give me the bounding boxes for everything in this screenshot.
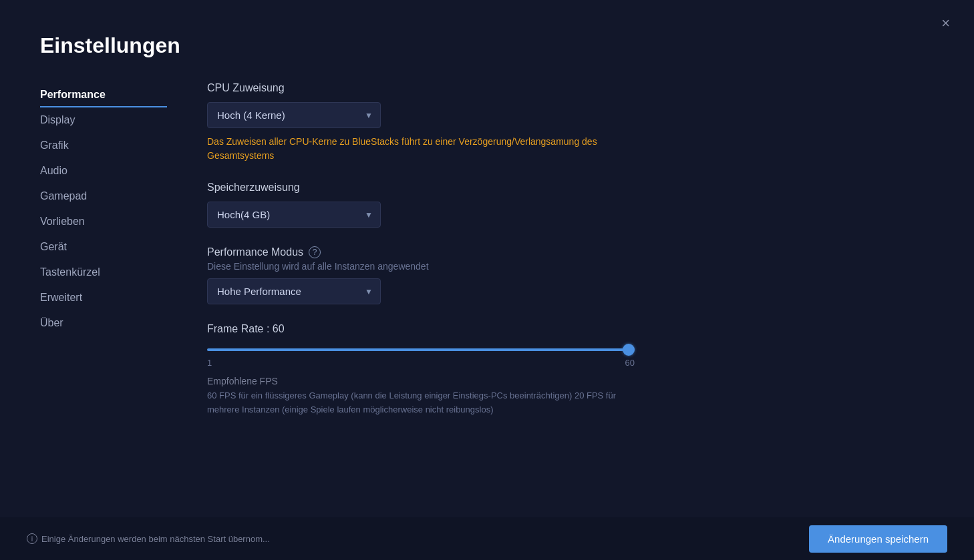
perf-mode-dropdown-wrapper: AusgewogenHohe PerformanceMaximale Perfo…: [207, 278, 381, 304]
fps-rec-body: 60 FPS für ein flüssigeres Gameplay (kan…: [207, 389, 635, 417]
perf-mode-sublabel: Diese Einstellung wird auf alle Instanze…: [207, 261, 934, 272]
perf-mode-help-icon[interactable]: ?: [309, 246, 321, 258]
footer-note: i Einige Änderungen werden beim nächsten…: [27, 533, 798, 544]
memory-label: Speicherzuweisung: [207, 182, 934, 194]
slider-min-label: 1: [207, 358, 212, 368]
cpu-warning: Das Zuweisen aller CPU-Kerne zu BlueStac…: [207, 135, 635, 163]
sidebar-item-performance[interactable]: Performance: [40, 82, 167, 107]
frame-rate-section: Frame Rate : 60 1 60 Empfohlene FPS 60 F…: [207, 323, 934, 417]
memory-dropdown[interactable]: Niedrig (1 GB)Mittel (2 GB)Hoch(4 GB)Seh…: [207, 202, 381, 228]
slider-container: [207, 342, 635, 354]
close-button[interactable]: ×: [941, 16, 950, 31]
perf-mode-label: Performance Modus: [207, 246, 303, 258]
content-area: PerformanceDisplayGrafikAudioGamepadVorl…: [40, 82, 934, 542]
main-content: CPU Zuweisung Niedrig (1 Kern)Mittel (2 …: [187, 82, 934, 542]
cpu-dropdown-wrapper: Niedrig (1 Kern)Mittel (2 Kerne)Hoch (4 …: [207, 102, 381, 128]
sidebar: PerformanceDisplayGrafikAudioGamepadVorl…: [40, 82, 187, 542]
sidebar-item-uber[interactable]: Über: [40, 310, 167, 336]
perf-mode-label-row: Performance Modus ?: [207, 246, 934, 258]
memory-section: Speicherzuweisung Niedrig (1 GB)Mittel (…: [207, 182, 934, 228]
sidebar-item-erweitert[interactable]: Erweitert: [40, 285, 167, 310]
fps-rec-title: Empfohlene FPS: [207, 376, 635, 386]
slider-labels: 1 60: [207, 358, 635, 368]
page-title: Einstellungen: [40, 33, 934, 58]
sidebar-item-grafik[interactable]: Grafik: [40, 133, 167, 158]
slider-max-label: 60: [625, 358, 635, 368]
memory-dropdown-wrapper: Niedrig (1 GB)Mittel (2 GB)Hoch(4 GB)Seh…: [207, 202, 381, 228]
settings-container: × Einstellungen PerformanceDisplayGrafik…: [0, 0, 974, 560]
info-icon: i: [27, 533, 37, 544]
fps-recommendation: Empfohlene FPS 60 FPS für ein flüssigere…: [207, 376, 635, 417]
sidebar-item-gerat[interactable]: Gerät: [40, 234, 167, 260]
save-button[interactable]: Änderungen speichern: [809, 525, 947, 553]
frame-rate-slider[interactable]: [207, 348, 635, 351]
cpu-section: CPU Zuweisung Niedrig (1 Kern)Mittel (2 …: [207, 82, 934, 163]
perf-mode-dropdown[interactable]: AusgewogenHohe PerformanceMaximale Perfo…: [207, 278, 381, 304]
footer-note-text: Einige Änderungen werden beim nächsten S…: [41, 534, 270, 544]
sidebar-item-vorlieben[interactable]: Vorlieben: [40, 209, 167, 234]
footer-bar: i Einige Änderungen werden beim nächsten…: [0, 517, 974, 560]
frame-rate-title: Frame Rate : 60: [207, 323, 934, 335]
cpu-label: CPU Zuweisung: [207, 82, 934, 94]
sidebar-item-display[interactable]: Display: [40, 107, 167, 133]
sidebar-item-gamepad[interactable]: Gamepad: [40, 184, 167, 209]
sidebar-item-tastenkurzel[interactable]: Tastenkürzel: [40, 260, 167, 285]
perf-mode-section: Performance Modus ? Diese Einstellung wi…: [207, 246, 934, 304]
sidebar-item-audio[interactable]: Audio: [40, 158, 167, 184]
cpu-dropdown[interactable]: Niedrig (1 Kern)Mittel (2 Kerne)Hoch (4 …: [207, 102, 381, 128]
